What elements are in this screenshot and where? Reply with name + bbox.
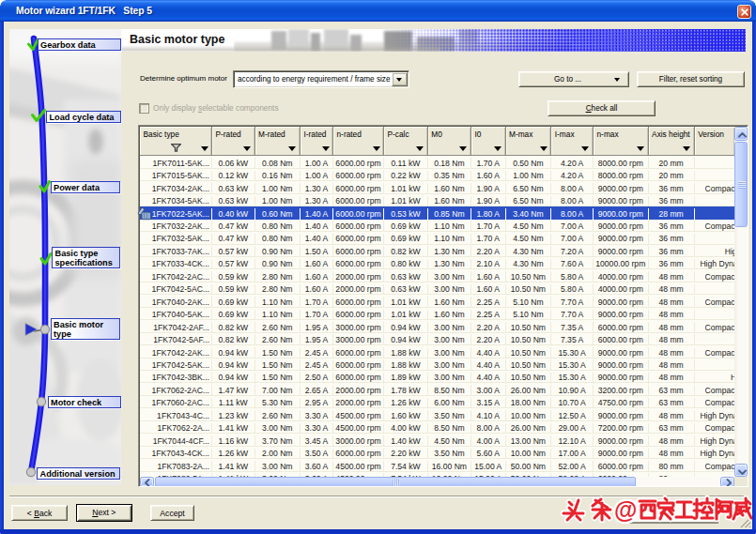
svg-text:@: @ — [614, 496, 637, 523]
